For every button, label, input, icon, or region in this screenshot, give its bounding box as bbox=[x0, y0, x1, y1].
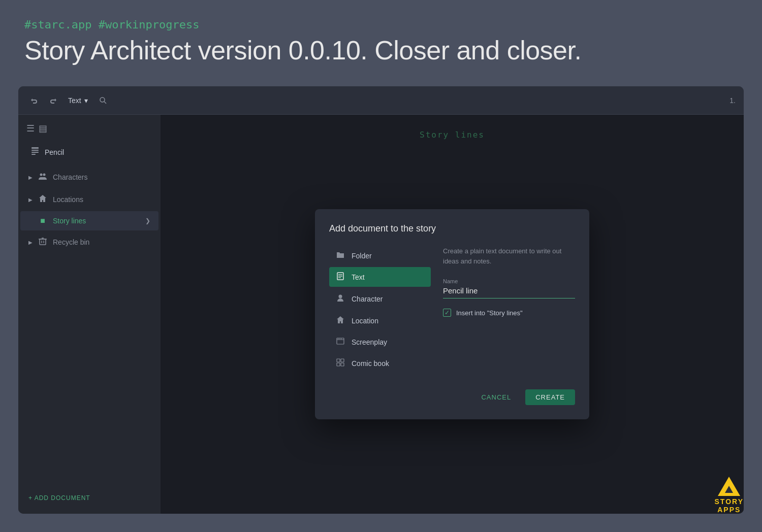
characters-icon bbox=[38, 172, 48, 183]
doc-type-location[interactable]: Location bbox=[329, 311, 431, 330]
svg-point-19 bbox=[338, 339, 339, 340]
undo-button[interactable] bbox=[26, 92, 43, 109]
story-lines-arrow-icon: ❯ bbox=[145, 217, 150, 224]
banner-hashtags: #starc.app #workinprogress bbox=[24, 18, 738, 31]
svg-rect-18 bbox=[337, 338, 344, 344]
insert-checkbox-row[interactable]: ✓ Insert into "Story lines" bbox=[443, 309, 575, 317]
text-style-label: Text bbox=[68, 96, 81, 105]
name-label: Name bbox=[443, 278, 458, 284]
create-button[interactable]: CREATE bbox=[525, 389, 575, 405]
doc-type-comic-book[interactable]: Comic book bbox=[329, 353, 431, 373]
svg-point-0 bbox=[100, 97, 105, 102]
svg-point-6 bbox=[40, 174, 43, 176]
sidebar-project[interactable]: Pencil bbox=[18, 142, 161, 166]
recycle-bin-icon bbox=[38, 237, 48, 248]
banner-title: Story Architect version 0.0.10. Closer a… bbox=[24, 35, 738, 65]
cancel-button[interactable]: CANCEL bbox=[473, 389, 519, 405]
svg-rect-25 bbox=[341, 363, 344, 366]
doc-type-screenplay-label: Screenplay bbox=[352, 338, 387, 346]
svg-point-21 bbox=[341, 339, 342, 340]
text-style-selector[interactable]: Text ▾ bbox=[63, 94, 93, 107]
locations-label: Locations bbox=[53, 195, 150, 204]
locations-icon bbox=[38, 194, 48, 205]
name-input[interactable] bbox=[443, 276, 575, 298]
story-apps-logo: STORY APPS bbox=[715, 477, 744, 514]
svg-point-20 bbox=[339, 339, 340, 340]
insert-checkbox[interactable]: ✓ bbox=[443, 309, 451, 317]
expand-arrow-icon: ▶ bbox=[28, 175, 33, 180]
dialog-footer: CANCEL CREATE bbox=[329, 389, 575, 405]
svg-rect-4 bbox=[31, 152, 39, 153]
svg-rect-24 bbox=[337, 363, 340, 366]
expand-arrow-icon: ▶ bbox=[28, 197, 33, 203]
comic-book-icon bbox=[335, 358, 345, 368]
story-lines-label: Story lines bbox=[53, 217, 140, 225]
dialog-title: Add document to the story bbox=[329, 223, 575, 234]
top-banner: #starc.app #workinprogress Story Archite… bbox=[0, 0, 762, 76]
dialog-body: Folder bbox=[329, 246, 575, 373]
insert-checkbox-label: Insert into "Story lines" bbox=[456, 309, 523, 317]
page-number: 1. bbox=[729, 96, 736, 105]
recycle-bin-label: Recycle bin bbox=[53, 238, 150, 246]
doc-description: Create a plain text document to write ou… bbox=[443, 246, 575, 266]
search-button[interactable] bbox=[95, 92, 111, 109]
add-document-dialog: Add document to the story bbox=[315, 209, 589, 419]
logo-story: STORY bbox=[715, 498, 744, 506]
sidebar-bottom: + ADD DOCUMENT bbox=[18, 482, 161, 514]
svg-point-17 bbox=[339, 295, 342, 298]
doc-type-text[interactable]: Text bbox=[329, 267, 431, 287]
sidebar-item-locations[interactable]: ▶ Locations bbox=[20, 189, 158, 210]
add-document-button[interactable]: + ADD DOCUMENT bbox=[26, 490, 152, 506]
doc-type-screenplay[interactable]: Screenplay bbox=[329, 332, 431, 351]
screenplay-icon bbox=[335, 338, 345, 346]
sidebar-item-characters[interactable]: ▶ Characters bbox=[20, 167, 158, 188]
logo-text: STORY APPS bbox=[715, 498, 744, 514]
folder-icon bbox=[335, 251, 345, 260]
character-icon bbox=[335, 294, 345, 304]
doc-type-comic-book-label: Comic book bbox=[352, 359, 389, 368]
checkmark-icon: ✓ bbox=[444, 309, 450, 316]
expand-arrow-icon: ▶ bbox=[28, 240, 33, 245]
app-body: ☰ ▤ Pencil ▶ bbox=[18, 115, 744, 514]
redo-button[interactable] bbox=[45, 92, 61, 109]
characters-label: Characters bbox=[53, 173, 150, 181]
doc-type-character[interactable]: Character bbox=[329, 289, 431, 309]
logo-triangle-icon bbox=[718, 477, 740, 496]
name-field-container: Name bbox=[443, 276, 575, 298]
location-icon bbox=[335, 316, 345, 325]
logo-apps: APPS bbox=[717, 506, 741, 514]
sidebar-item-story-lines[interactable]: ▶ ■ Story lines ❯ bbox=[20, 211, 158, 230]
doc-type-folder[interactable]: Folder bbox=[329, 246, 431, 265]
app-toolbar: Text ▾ 1. bbox=[18, 86, 744, 115]
story-lines-icon: ■ bbox=[38, 216, 48, 225]
doc-type-location-label: Location bbox=[352, 317, 378, 325]
sidebar-item-recycle-bin[interactable]: ▶ Recycle bin bbox=[20, 231, 158, 253]
doc-type-character-label: Character bbox=[352, 295, 383, 303]
svg-rect-3 bbox=[31, 150, 39, 151]
svg-rect-23 bbox=[341, 359, 344, 362]
dialog-overlay: Add document to the story bbox=[161, 115, 744, 514]
dialog-form: Create a plain text document to write ou… bbox=[431, 246, 575, 373]
svg-line-1 bbox=[104, 102, 106, 104]
svg-rect-5 bbox=[31, 154, 36, 155]
doc-type-folder-label: Folder bbox=[352, 252, 372, 260]
svg-point-7 bbox=[43, 174, 46, 176]
svg-rect-22 bbox=[337, 359, 340, 362]
sidebar-top-icons: ☰ ▤ bbox=[18, 119, 161, 142]
project-icon bbox=[30, 146, 40, 158]
svg-rect-8 bbox=[40, 239, 46, 245]
add-document-label: + ADD DOCUMENT bbox=[28, 494, 90, 502]
app-window: Text ▾ 1. ☰ ▤ bbox=[18, 86, 744, 514]
svg-rect-2 bbox=[31, 147, 39, 149]
doc-type-text-label: Text bbox=[352, 273, 365, 281]
sidebar: ☰ ▤ Pencil ▶ bbox=[18, 115, 161, 514]
text-doc-icon bbox=[335, 272, 345, 282]
project-name: Pencil bbox=[45, 148, 64, 156]
menu-icon[interactable]: ☰ bbox=[26, 123, 35, 134]
dropdown-arrow-icon: ▾ bbox=[84, 96, 88, 105]
doc-type-list: Folder bbox=[329, 246, 431, 373]
main-content: Story lines Add document to the story bbox=[161, 115, 744, 514]
document-icon[interactable]: ▤ bbox=[39, 123, 47, 134]
